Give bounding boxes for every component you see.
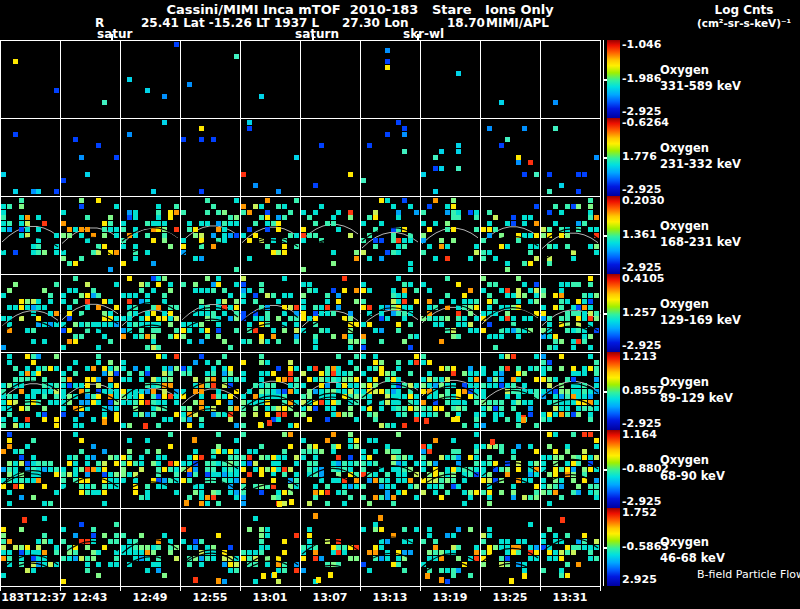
species-label: Oxygen [660,374,733,390]
energy-label: 331-589 keV [660,78,741,94]
row-label-129-169: Oxygen129-169 keV [660,296,741,328]
colorbar-max-label: 1.213 [622,350,657,363]
colorbar-max-label: -0.6264 [622,116,669,129]
colorbar-mid-label: 1.257 [622,306,657,319]
species-label: Oxygen [660,62,741,78]
event-marker-saturn-1: satur [97,27,132,41]
colorbar-mid-tick [604,313,607,315]
colorbar-gradient [607,274,620,352]
species-label: Oxygen [660,296,741,312]
colorbar-mid-tick [604,235,607,237]
energy-label: 231-332 keV [660,156,741,172]
species-label: Oxygen [660,534,725,550]
colorbar-mid-label: -1.986 [622,72,661,85]
ephemeris-readout: 25.41 Lat -15.26 LT 1937 L [141,16,319,30]
time-axis-label: 12:49 [120,591,180,604]
colorbar-max-label: 1.752 [622,506,657,519]
species-label: Oxygen [660,452,725,468]
colorbar-units-line2: (cm²-sr-s-keV)⁻¹ [688,17,800,29]
plot-title: Cassini/MIMI Inca mTOF 2010-183 Stare Io… [0,2,720,17]
time-axis-label: 13:19 [420,591,480,604]
event-marker-saturn-2: saturn [295,27,339,41]
time-axis-label: 13:07 [300,591,360,604]
bfield-note: B-field Particle Flow [697,568,800,581]
colorbar-gradient [607,118,620,196]
colorbar-row5 [603,352,620,430]
colorbar-gradient [607,352,620,430]
instrument-display: Cassini/MIMI Inca mTOF 2010-183 Stare Io… [0,0,800,609]
colorbar-mid-tick [604,547,607,549]
energy-label: 89-129 keV [660,390,733,406]
colorbar-max-label: -1.046 [622,38,661,51]
colorbar-mid-tick [604,157,607,159]
event-marker-skr-wl: skr-wl [403,27,444,41]
colorbar-max-label: 1.164 [622,428,657,441]
colorbar-mid-tick [604,79,607,81]
row-label-46-68: Oxygen46-68 keV [660,534,725,566]
colorbar-mid-label: 1.361 [622,228,657,241]
time-axis-label: 13:31 [540,591,600,604]
colorbar-max-label: 0.2030 [622,194,664,207]
row-label-89-129: Oxygen89-129 keV [660,374,733,406]
colorbar-gradient [607,430,620,508]
energy-label: 168-231 keV [660,234,741,250]
time-axis-label: 13:25 [480,591,540,604]
energy-label: 129-169 keV [660,312,741,328]
l-readout: 18.70 [447,16,485,30]
species-label: Oxygen [660,140,741,156]
colorbar-row7 [603,508,620,586]
time-axis-label: 13:13 [360,591,420,604]
colorbar-gradient [607,40,620,118]
row-label-168-231: Oxygen168-231 keV [660,218,741,250]
colorbar-row1 [603,40,620,118]
colorbar-gradient [607,196,620,274]
row-label-231-332: Oxygen231-332 keV [660,140,741,172]
colorbar-row6 [603,430,620,508]
energy-label: 46-68 keV [660,550,725,566]
species-label: Oxygen [660,218,741,234]
time-axis-label: 183T12:37 [0,591,68,604]
colorbar-mid-label: 1.776 [622,150,657,163]
colorbar-row3 [603,196,620,274]
colorbar-mid-label: 0.8557 [622,384,664,397]
colorbar-units-line1: Log Cnts [688,3,800,17]
colorbar-mid-tick [604,391,607,393]
colorbar-mid-tick [604,469,607,471]
row-label-331-589: Oxygen331-589 keV [660,62,741,94]
lon-readout: 27.30 Lon [342,16,409,30]
colorbar-row2 [603,118,620,196]
time-axis-label: 12:55 [180,591,240,604]
row-label-68-90: Oxygen68-90 keV [660,452,725,484]
heatmap-grid-canvas [0,40,602,587]
time-axis-label: 12:43 [60,591,120,604]
time-axis-label: 13:01 [240,591,300,604]
energy-label: 68-90 keV [660,468,725,484]
colorbar-gradient [607,508,620,586]
credit-label: MIMI/APL [486,16,549,30]
time-axis-tick [600,587,601,591]
colorbar-min-label: 2.925 [622,573,657,586]
colorbar-row4 [603,274,620,352]
colorbar-max-label: 0.4105 [622,272,664,285]
